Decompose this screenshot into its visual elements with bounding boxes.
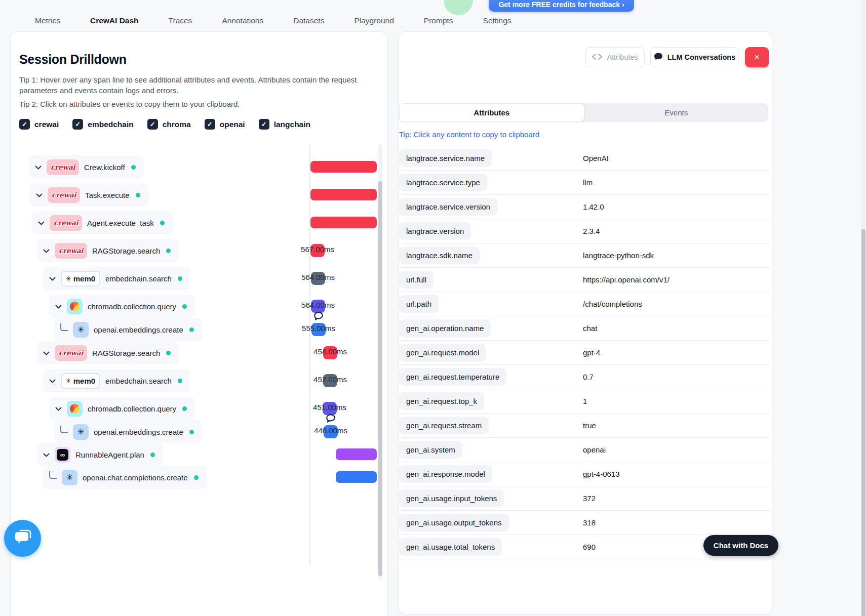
- span-duration-bar[interactable]: [310, 189, 377, 200]
- attribute-value[interactable]: /chat/completions: [583, 300, 642, 308]
- filter-langchain[interactable]: ✓ langchain: [259, 119, 310, 130]
- attributes-toolbar-button[interactable]: Attributes: [585, 47, 645, 67]
- attribute-key[interactable]: gen_ai.request.temperature: [399, 368, 506, 386]
- events-bubble-icon: [313, 311, 324, 323]
- tab-events[interactable]: Events: [584, 103, 769, 122]
- span-duration-bar[interactable]: [336, 448, 377, 460]
- close-button[interactable]: ×: [745, 47, 769, 67]
- attribute-value[interactable]: gpt-4: [583, 348, 600, 357]
- tab-attributes[interactable]: Attributes: [399, 103, 584, 122]
- span-status-dot: [150, 453, 155, 457]
- nav-tab-settings[interactable]: Settings: [480, 16, 515, 32]
- nav-tab-playground[interactable]: Playground: [351, 16, 397, 32]
- nav-tab-label: Datasets: [293, 16, 324, 25]
- attribute-value[interactable]: 1: [583, 397, 587, 405]
- nav-tab-prompts[interactable]: Prompts: [421, 16, 456, 32]
- span-pill[interactable]: ✳mem0 embedchain.search: [43, 369, 190, 392]
- span-pill[interactable]: chromadb.collection.query: [49, 295, 195, 318]
- nav-tab-annotations[interactable]: Annotations: [219, 16, 266, 32]
- nav-tab-crewai-dash[interactable]: CrewAI Dash: [87, 16, 142, 32]
- span-pill[interactable]: ✳ openai.chat.completions.create: [43, 466, 207, 489]
- nav-tab-metrics[interactable]: Metrics: [32, 16, 63, 32]
- chevron-down-icon[interactable]: [43, 348, 50, 357]
- nav-tab-label: Prompts: [424, 16, 453, 25]
- span-duration-bar[interactable]: [336, 471, 377, 483]
- crewai-logo-icon: crewai: [55, 345, 87, 361]
- attribute-value[interactable]: 2.3.4: [583, 227, 600, 235]
- nav-tab-datasets[interactable]: Datasets: [290, 16, 327, 32]
- chevron-down-icon[interactable]: [36, 190, 43, 199]
- attribute-value[interactable]: openai: [583, 445, 606, 454]
- span-pill[interactable]: ∞ RunnableAgent.plan: [37, 443, 163, 466]
- span-pill[interactable]: ✳ openai.embeddings.create: [54, 420, 202, 443]
- attribute-key[interactable]: gen_ai.system: [399, 441, 462, 459]
- filter-label: embedchain: [88, 120, 133, 129]
- openai-logo-icon: ✳: [73, 322, 89, 338]
- nav-tab-traces[interactable]: Traces: [166, 16, 195, 32]
- chevron-down-icon[interactable]: [35, 162, 42, 172]
- span-duration-bar[interactable]: [310, 161, 377, 173]
- attribute-key[interactable]: gen_ai.request.model: [399, 344, 486, 361]
- chat-widget-button[interactable]: [4, 520, 41, 557]
- window-scrollbar-thumb[interactable]: [861, 229, 865, 616]
- attribute-key[interactable]: gen_ai.usage.input_tokens: [399, 489, 504, 507]
- span-status-dot: [178, 276, 182, 281]
- vendor-badge-slot: ✳mem0: [61, 271, 100, 286]
- attribute-key[interactable]: langtrace.service.type: [399, 174, 487, 191]
- attribute-key[interactable]: gen_ai.request.stream: [399, 417, 489, 434]
- span-pill[interactable]: crewai RAGStorage.search: [37, 341, 179, 364]
- attribute-value[interactable]: 0.7: [583, 373, 594, 381]
- span-pill[interactable]: chromadb.collection.query: [49, 397, 195, 420]
- attribute-key[interactable]: url.full: [399, 271, 434, 289]
- free-credits-button[interactable]: Get more FREE credits for feedback ›: [489, 0, 634, 12]
- filter-openai[interactable]: ✓ openai: [205, 119, 245, 130]
- span-name-label: chromadb.collection.query: [88, 302, 176, 311]
- copy-tip-text: Tip: Click any content to copy to clipbo…: [399, 130, 539, 139]
- attribute-key[interactable]: url.path: [399, 295, 439, 313]
- filter-chroma[interactable]: ✓ chroma: [147, 119, 191, 130]
- attribute-value[interactable]: langtrace-python-sdk: [583, 251, 654, 260]
- attribute-key[interactable]: langtrace.service.name: [399, 149, 492, 167]
- span-pill[interactable]: crewai RAGStorage.search: [37, 239, 179, 262]
- attribute-key[interactable]: gen_ai.usage.output_tokens: [399, 514, 509, 531]
- chevron-down-icon[interactable]: [55, 302, 62, 311]
- attribute-value[interactable]: gpt-4-0613: [583, 470, 620, 478]
- span-duration-label: 440.00ms: [314, 426, 347, 435]
- span-status-dot: [160, 221, 165, 225]
- attribute-value[interactable]: OpenAI: [583, 154, 609, 162]
- attribute-key[interactable]: gen_ai.response.model: [399, 465, 492, 483]
- attribute-value[interactable]: llm: [583, 178, 593, 187]
- span-pill[interactable]: ✳mem0 embedchain.search: [43, 267, 190, 290]
- span-pill[interactable]: ✳ openai.embeddings.create: [54, 318, 202, 341]
- attribute-key[interactable]: langtrace.version: [399, 222, 471, 240]
- span-pill[interactable]: crewai Agent.execute_task: [32, 211, 173, 234]
- attribute-value[interactable]: 1.42.0: [583, 202, 604, 211]
- chevron-down-icon[interactable]: [43, 450, 50, 459]
- chevron-down-icon[interactable]: [49, 376, 56, 385]
- chevron-down-icon[interactable]: [49, 274, 56, 283]
- filter-embedchain[interactable]: ✓ embedchain: [72, 119, 133, 130]
- attribute-value[interactable]: 372: [583, 494, 596, 503]
- attribute-key[interactable]: gen_ai.operation.name: [399, 319, 491, 337]
- chevron-down-icon[interactable]: [43, 246, 50, 255]
- attribute-value[interactable]: 318: [583, 518, 596, 527]
- attribute-value[interactable]: true: [583, 421, 596, 430]
- span-pill[interactable]: crewai Crew.kickoff: [29, 155, 144, 179]
- attribute-key[interactable]: langtrace.service.version: [399, 198, 497, 216]
- span-name-label: chromadb.collection.query: [88, 404, 176, 413]
- llm-conversations-button[interactable]: LLM Conversations: [650, 47, 739, 67]
- chat-with-docs-button[interactable]: Chat with Docs: [703, 535, 778, 556]
- chevron-down-icon[interactable]: [38, 218, 45, 227]
- attribute-key[interactable]: gen_ai.request.top_k: [399, 392, 484, 410]
- filter-crewai[interactable]: ✓ crewai: [19, 119, 59, 130]
- attribute-row-langtrace-service-name: langtrace.service.name OpenAI: [399, 146, 770, 171]
- attribute-key[interactable]: gen_ai.usage.total_tokens: [399, 538, 502, 556]
- attribute-value[interactable]: chat: [583, 324, 597, 333]
- attribute-value[interactable]: 690: [583, 543, 596, 551]
- crewai-logo-icon: crewai: [50, 215, 82, 231]
- attribute-key[interactable]: langtrace.sdk.name: [399, 247, 480, 264]
- attribute-value[interactable]: https://api.openai.com/v1/: [583, 275, 670, 284]
- span-pill[interactable]: crewai Task.execute: [30, 183, 148, 207]
- span-duration-bar[interactable]: [310, 217, 377, 228]
- chevron-down-icon[interactable]: [55, 404, 62, 413]
